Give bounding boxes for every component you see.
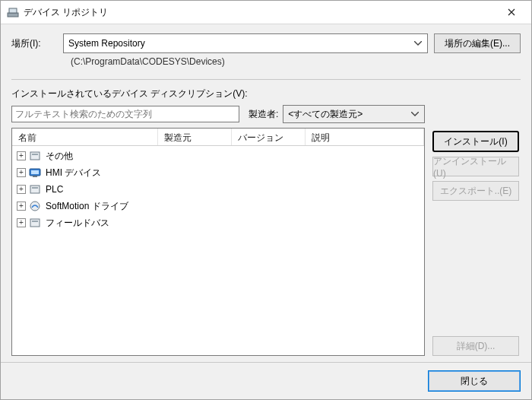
window-title: デバイス リポジトリ [24,6,495,19]
install-button-label: インストール(I) [444,135,507,148]
tree-body[interactable]: + その他 + HMI デバイス [12,146,424,355]
hmi-icon [29,167,41,179]
expander-icon[interactable]: + [17,202,26,211]
dialog-footer: 閉じる [1,362,531,399]
tree-item-plc[interactable]: + PLC [12,181,424,198]
expander-icon[interactable]: + [17,185,26,194]
uninstall-button-label: アンインストール(U) [433,155,518,179]
tree-header: 名前 製造元 バージョン 説明 [12,129,424,146]
chevron-down-icon [409,108,421,120]
install-button[interactable]: インストール(I) [432,131,519,152]
svg-point-9 [30,202,40,211]
svg-rect-11 [32,221,38,222]
details-button-label: 詳細(D)... [457,340,496,353]
column-description[interactable]: 説明 [306,129,424,145]
tree-item-misc[interactable]: + その他 [12,148,424,164]
tree-item-softmotion[interactable]: + SoftMotion ドライブ [12,198,424,214]
close-icon [508,6,515,18]
installed-section-label: インストールされているデバイス ディスクリプション(V): [11,87,521,100]
location-row: 場所(I): System Repository 場所の編集(E)... [11,33,521,53]
column-name[interactable]: 名前 [12,129,158,145]
svg-rect-1 [9,8,17,13]
filter-row: 製造者: <すべての製造元> [11,105,425,123]
edit-locations-button[interactable]: 場所の編集(E)... [434,33,521,53]
expander-icon[interactable]: + [17,218,26,227]
tree-item-fieldbus[interactable]: + フィールドバス [12,214,424,231]
device-icon [29,150,41,162]
dialog-body: 場所(I): System Repository 場所の編集(E)... (C:… [1,24,531,362]
column-version[interactable]: バージョン [232,129,306,145]
chevron-down-icon [412,37,424,49]
tree-item-label: PLC [44,184,63,195]
motion-icon [29,200,41,212]
app-icon [7,6,19,18]
expander-icon[interactable]: + [17,151,26,160]
button-column-spacer [432,205,521,332]
device-icon [29,183,41,195]
window-close-button[interactable] [495,1,528,24]
device-repository-window: デバイス リポジトリ 場所(I): System Repository 場所の編… [0,0,532,400]
device-icon [29,217,41,229]
left-column: 製造者: <すべての製造元> 名前 製造元 バージョン 説明 [11,105,425,356]
svg-rect-7 [30,186,40,193]
expander-icon[interactable]: + [17,168,26,177]
location-combobox[interactable]: System Repository [63,33,428,53]
svg-rect-5 [31,170,39,174]
tree-item-hmi[interactable]: + HMI デバイス [12,164,424,181]
export-button: エクスポート..(E) [432,181,519,201]
button-column: インストール(I) アンインストール(U) エクスポート..(E) 詳細(D).… [432,105,521,356]
location-combobox-value: System Repository [68,38,145,49]
titlebar: デバイス リポジトリ [1,1,531,24]
svg-rect-10 [30,219,40,227]
tree-item-label: HMI デバイス [44,167,101,179]
uninstall-button: アンインストール(U) [432,157,519,176]
svg-rect-2 [30,152,40,160]
vendor-label: 製造者: [249,108,278,121]
svg-rect-3 [32,154,38,155]
tree-item-label: その他 [44,150,73,163]
close-button-label: 閉じる [461,375,488,388]
location-label: 場所(I): [11,37,57,50]
tree-item-label: フィールドバス [44,217,109,230]
svg-rect-6 [33,176,37,177]
details-button: 詳細(D)... [432,336,519,356]
export-button-label: エクスポート..(E) [440,185,512,198]
tree-item-label: SoftMotion ドライブ [44,200,128,213]
device-tree-panel: 名前 製造元 バージョン 説明 + その他 [11,128,425,356]
close-button[interactable]: 閉じる [428,370,521,392]
svg-rect-8 [32,187,38,189]
main-area: 製造者: <すべての製造元> 名前 製造元 バージョン 説明 [11,105,521,356]
svg-rect-0 [8,13,18,17]
button-column-offset [432,105,521,126]
edit-locations-label: 場所の編集(E)... [445,37,510,50]
location-path: (C:\ProgramData\CODESYS\Devices) [71,56,521,67]
vendor-combobox-value: <すべての製造元> [288,108,363,121]
divider [11,79,521,80]
column-vendor[interactable]: 製造元 [158,129,232,145]
vendor-combobox[interactable]: <すべての製造元> [283,105,425,123]
search-input[interactable] [11,106,239,122]
